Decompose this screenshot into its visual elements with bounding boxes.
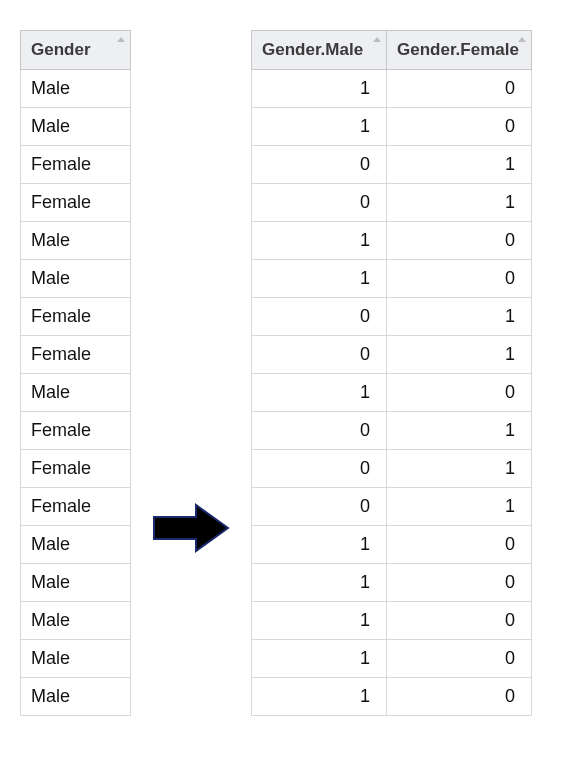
gender-cell: Female [21,450,131,488]
female-cell: 0 [387,108,532,146]
male-cell: 0 [252,488,387,526]
source-table: Gender MaleMaleFemaleFemaleMaleMaleFemal… [20,30,131,716]
female-cell: 0 [387,70,532,108]
male-cell: 1 [252,108,387,146]
table-row: Female [21,488,131,526]
header-label: Gender.Male [262,40,363,59]
transform-arrow [131,30,251,716]
male-cell: 1 [252,70,387,108]
gender-cell: Male [21,108,131,146]
gender-cell: Male [21,260,131,298]
female-cell: 1 [387,146,532,184]
male-cell: 1 [252,678,387,716]
gender-cell: Female [21,336,131,374]
sort-asc-icon [117,37,125,42]
sort-asc-icon [518,37,526,42]
table-row: Male [21,108,131,146]
encoded-header-male[interactable]: Gender.Male [252,31,387,70]
female-cell: 1 [387,450,532,488]
male-cell: 1 [252,222,387,260]
female-cell: 0 [387,678,532,716]
table-row: Male [21,640,131,678]
table-row: 01 [252,146,532,184]
table-row: 10 [252,602,532,640]
gender-cell: Female [21,146,131,184]
gender-cell: Male [21,222,131,260]
gender-cell: Male [21,678,131,716]
table-row: 10 [252,678,532,716]
encoded-tbody: 1010010110100101100101011010101010 [252,70,532,716]
arrow-right-icon [152,503,230,553]
male-cell: 0 [252,184,387,222]
female-cell: 0 [387,374,532,412]
female-cell: 0 [387,526,532,564]
table-row: Male [21,260,131,298]
sort-asc-icon [373,37,381,42]
header-label: Gender.Female [397,40,519,59]
table-row: 10 [252,374,532,412]
female-cell: 0 [387,222,532,260]
encoded-table: Gender.Male Gender.Female 10100101101001… [251,30,532,716]
male-cell: 1 [252,564,387,602]
table-row: 10 [252,564,532,602]
source-header-gender[interactable]: Gender [21,31,131,70]
table-row: Male [21,602,131,640]
male-cell: 0 [252,336,387,374]
table-row: 01 [252,412,532,450]
male-cell: 1 [252,640,387,678]
table-row: 01 [252,488,532,526]
male-cell: 0 [252,450,387,488]
female-cell: 0 [387,564,532,602]
table-row: Male [21,374,131,412]
table-row: 10 [252,640,532,678]
male-cell: 1 [252,602,387,640]
gender-cell: Female [21,488,131,526]
header-label: Gender [31,40,91,59]
table-row: Female [21,146,131,184]
gender-cell: Female [21,412,131,450]
table-row: 01 [252,184,532,222]
gender-cell: Male [21,602,131,640]
gender-cell: Male [21,374,131,412]
male-cell: 1 [252,374,387,412]
table-row: Female [21,412,131,450]
table-row: Male [21,70,131,108]
male-cell: 0 [252,146,387,184]
female-cell: 0 [387,602,532,640]
male-cell: 0 [252,412,387,450]
female-cell: 1 [387,412,532,450]
male-cell: 1 [252,260,387,298]
gender-cell: Male [21,70,131,108]
encoding-diagram: Gender MaleMaleFemaleFemaleMaleMaleFemal… [20,30,568,716]
table-row: Female [21,184,131,222]
female-cell: 1 [387,298,532,336]
table-row: 01 [252,298,532,336]
gender-cell: Male [21,564,131,602]
table-row: Female [21,336,131,374]
table-row: Male [21,526,131,564]
table-row: Female [21,450,131,488]
table-row: 10 [252,70,532,108]
gender-cell: Male [21,526,131,564]
gender-cell: Female [21,184,131,222]
female-cell: 1 [387,488,532,526]
table-row: Male [21,222,131,260]
female-cell: 0 [387,260,532,298]
female-cell: 1 [387,184,532,222]
table-row: Female [21,298,131,336]
male-cell: 1 [252,526,387,564]
table-row: Male [21,678,131,716]
table-row: 10 [252,260,532,298]
table-row: Male [21,564,131,602]
female-cell: 0 [387,640,532,678]
encoded-header-female[interactable]: Gender.Female [387,31,532,70]
gender-cell: Male [21,640,131,678]
female-cell: 1 [387,336,532,374]
table-row: 01 [252,450,532,488]
table-row: 01 [252,336,532,374]
table-row: 10 [252,526,532,564]
source-tbody: MaleMaleFemaleFemaleMaleMaleFemaleFemale… [21,70,131,716]
male-cell: 0 [252,298,387,336]
table-row: 10 [252,222,532,260]
gender-cell: Female [21,298,131,336]
